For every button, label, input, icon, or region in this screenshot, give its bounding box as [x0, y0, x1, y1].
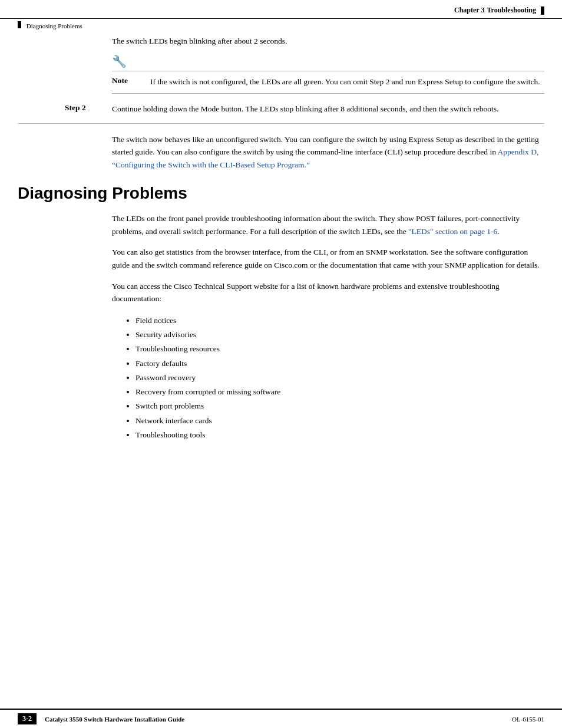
continuation-paragraph: The switch now behaves like an unconfigu… — [112, 133, 544, 172]
leds-link[interactable]: "LEDs" section on page 1-6 — [408, 227, 497, 236]
step2-section: Step 2 Continue holding down the Mode bu… — [65, 103, 544, 115]
continuation-text-before: The switch now behaves like an unconfigu… — [112, 135, 539, 157]
list-item: Field notices — [135, 314, 544, 328]
footer-guide-title: Catalyst 3550 Switch Hardware Installati… — [45, 716, 184, 723]
page-wrapper: Chapter 3 Troubleshooting Diagnosing Pro… — [0, 0, 562, 728]
step-divider — [18, 123, 544, 124]
diagnosing-para1: The LEDs on the front panel provide trou… — [112, 212, 544, 238]
note-label: Note — [112, 76, 144, 88]
footer-left: 3-2 Catalyst 3550 Switch Hardware Instal… — [18, 713, 184, 724]
note-section: 🔧 Note If the switch is not configured, … — [112, 54, 544, 93]
list-item: Troubleshooting resources — [135, 342, 544, 356]
intro-paragraph: The switch LEDs begin blinking after abo… — [112, 35, 544, 47]
list-item: Recovery from corrupted or missing softw… — [135, 385, 544, 399]
list-item: Security advisories — [135, 328, 544, 342]
list-item: Factory defaults — [135, 357, 544, 371]
footer-doc-number: OL-6155-01 — [512, 716, 544, 723]
note-box: Note If the switch is not configured, th… — [112, 71, 544, 93]
breadcrumb-text: Diagnosing Problems — [27, 22, 82, 29]
step2-label: Step 2 — [65, 103, 112, 115]
header-chapter-label: Chapter 3 — [454, 6, 484, 15]
header-bar-decoration — [541, 6, 544, 15]
footer-page-number: 3-2 — [18, 713, 37, 724]
breadcrumb-left: Diagnosing Problems — [18, 21, 82, 29]
note-text: If the switch is not configured, the LED… — [150, 76, 540, 88]
diagnosing-para3: You can access the Cisco Technical Suppo… — [112, 280, 544, 305]
diagnosing-bullet-list: Field noticesSecurity advisoriesTroubles… — [135, 314, 544, 443]
page-header: Chapter 3 Troubleshooting — [0, 0, 562, 19]
list-item: Network interface cards — [135, 414, 544, 428]
content-area: The switch LEDs begin blinking after abo… — [0, 29, 562, 462]
page-breadcrumb: Diagnosing Problems — [0, 19, 562, 29]
page-footer: 3-2 Catalyst 3550 Switch Hardware Instal… — [0, 709, 562, 728]
note-wrench-icon: 🔧 — [112, 54, 544, 68]
breadcrumb-bar — [18, 21, 21, 28]
list-item: Troubleshooting tools — [135, 428, 544, 442]
list-item: Switch port problems — [135, 399, 544, 413]
header-chapter-title: Troubleshooting — [487, 6, 536, 15]
section-heading-diagnosing: Diagnosing Problems — [18, 183, 544, 203]
list-item: Password recovery — [135, 371, 544, 385]
step2-text: Continue holding down the Mode button. T… — [112, 103, 498, 115]
diagnosing-para2: You can also get statistics from the bro… — [112, 246, 544, 271]
